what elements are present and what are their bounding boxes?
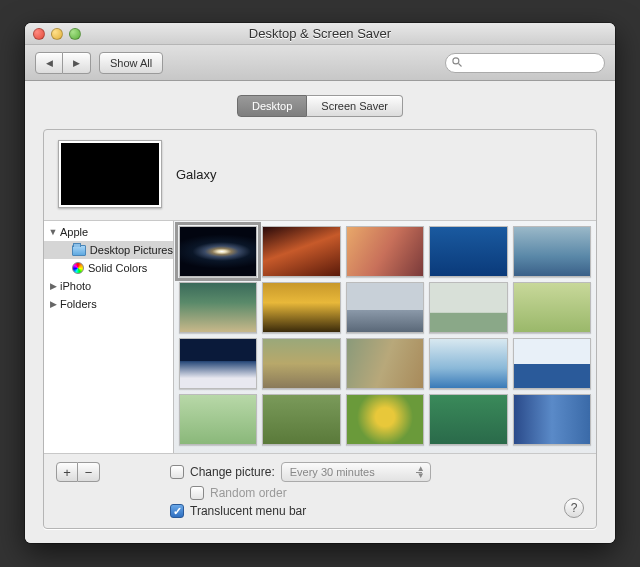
titlebar[interactable]: Desktop & Screen Saver: [25, 23, 615, 45]
thumbnail[interactable]: [179, 226, 257, 277]
interval-value: Every 30 minutes: [290, 466, 375, 478]
thumbnail[interactable]: [429, 394, 507, 445]
sidebar-label: Apple: [60, 226, 88, 238]
sidebar-item-apple[interactable]: ▼ Apple: [44, 223, 173, 241]
wallpaper-name: Galaxy: [176, 167, 216, 182]
change-picture-label: Change picture:: [190, 465, 275, 479]
sidebar-item-desktop-pictures[interactable]: Desktop Pictures: [44, 241, 173, 259]
sidebar-label: iPhoto: [60, 280, 91, 292]
thumbnail[interactable]: [179, 338, 257, 389]
minimize-icon[interactable]: [51, 28, 63, 40]
interval-popup[interactable]: Every 30 minutes ▲▼: [281, 462, 431, 482]
help-button[interactable]: ?: [564, 498, 584, 518]
add-button[interactable]: +: [56, 462, 78, 482]
svg-line-1: [459, 63, 462, 66]
window-controls: [25, 28, 81, 40]
sidebar-label: Folders: [60, 298, 97, 310]
add-remove: + −: [56, 462, 100, 518]
toolbar: ◀ ▶ Show All: [25, 45, 615, 81]
back-icon: ◀: [46, 58, 53, 68]
popup-arrows-icon: ▲▼: [417, 465, 425, 479]
random-order-checkbox: [190, 486, 204, 500]
sidebar-item-iphoto[interactable]: ▶ iPhoto: [44, 277, 173, 295]
thumbnail[interactable]: [346, 226, 424, 277]
preview-row: Galaxy: [44, 130, 596, 220]
sidebar-item-folders[interactable]: ▶ Folders: [44, 295, 173, 313]
disclosure-right-icon: ▶: [48, 281, 58, 291]
thumbnail[interactable]: [346, 394, 424, 445]
thumbnail[interactable]: [513, 338, 591, 389]
nav-buttons: ◀ ▶: [35, 52, 91, 74]
content: Desktop Screen Saver Galaxy ▼ Apple Desk…: [25, 81, 615, 543]
tabs: Desktop Screen Saver: [43, 95, 597, 117]
thumbnail[interactable]: [262, 338, 340, 389]
thumbnail[interactable]: [346, 338, 424, 389]
folder-icon: [72, 245, 86, 256]
disclosure-right-icon: ▶: [48, 299, 58, 309]
change-picture-checkbox[interactable]: [170, 465, 184, 479]
forward-icon: ▶: [73, 58, 80, 68]
preferences-window: Desktop & Screen Saver ◀ ▶ Show All Desk…: [25, 23, 615, 543]
close-icon[interactable]: [33, 28, 45, 40]
back-button[interactable]: ◀: [35, 52, 63, 74]
remove-button[interactable]: −: [78, 462, 100, 482]
random-order-label: Random order: [210, 486, 287, 500]
thumbnail[interactable]: [429, 338, 507, 389]
random-order-row: Random order: [170, 486, 554, 500]
thumbnail[interactable]: [513, 226, 591, 277]
thumbnail[interactable]: [179, 394, 257, 445]
thumbnail[interactable]: [429, 226, 507, 277]
translucent-row: Translucent menu bar: [170, 504, 554, 518]
wallpaper-preview: [58, 140, 162, 208]
thumbnail[interactable]: [513, 282, 591, 333]
svg-point-0: [453, 57, 459, 63]
sidebar-item-solid-colors[interactable]: Solid Colors: [44, 259, 173, 277]
desktop-panel: Galaxy ▼ Apple Desktop Pictures Solid Co…: [43, 129, 597, 529]
options: Change picture: Every 30 minutes ▲▼ Rand…: [170, 462, 554, 518]
tab-screensaver[interactable]: Screen Saver: [307, 95, 403, 117]
change-picture-row: Change picture: Every 30 minutes ▲▼: [170, 462, 554, 482]
thumbnail[interactable]: [179, 282, 257, 333]
thumbnail[interactable]: [346, 282, 424, 333]
bottom-bar: + − Change picture: Every 30 minutes ▲▼: [44, 453, 596, 528]
thumbnail[interactable]: [262, 226, 340, 277]
thumbnail[interactable]: [262, 282, 340, 333]
window-title: Desktop & Screen Saver: [25, 26, 615, 41]
thumbnail[interactable]: [262, 394, 340, 445]
translucent-checkbox[interactable]: [170, 504, 184, 518]
thumbnail-grid: [174, 221, 596, 453]
mid-row: ▼ Apple Desktop Pictures Solid Colors ▶ …: [44, 220, 596, 453]
disclosure-down-icon: ▼: [48, 227, 58, 237]
search-input[interactable]: [445, 53, 605, 73]
thumbnail[interactable]: [429, 282, 507, 333]
sidebar-label: Solid Colors: [88, 262, 147, 274]
translucent-label: Translucent menu bar: [190, 504, 306, 518]
search-icon: [451, 56, 463, 68]
search-wrap: [445, 53, 605, 73]
color-wheel-icon: [72, 262, 84, 274]
show-all-button[interactable]: Show All: [99, 52, 163, 74]
sidebar-label: Desktop Pictures: [90, 244, 173, 256]
thumbnail[interactable]: [513, 394, 591, 445]
forward-button[interactable]: ▶: [63, 52, 91, 74]
tab-desktop[interactable]: Desktop: [237, 95, 307, 117]
source-sidebar[interactable]: ▼ Apple Desktop Pictures Solid Colors ▶ …: [44, 221, 174, 453]
zoom-icon[interactable]: [69, 28, 81, 40]
